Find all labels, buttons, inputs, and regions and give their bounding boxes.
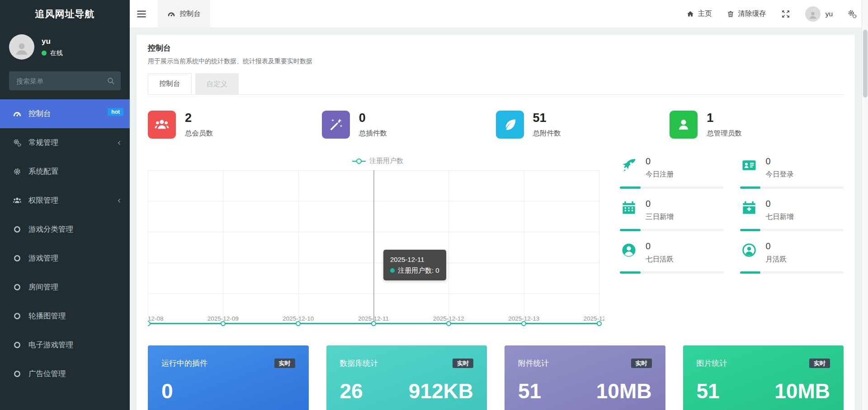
hot-badge: hot [108,108,123,116]
mini-stat-label: 七日新增 [766,212,794,222]
card-value-left: 51 [697,381,720,401]
page-scrollbar[interactable] [862,0,868,410]
mini-stat-seven-day-active: 0 七日活跃 [620,241,724,274]
mini-stat-today-login: 0 今日登录 [740,156,844,189]
stat-label: 总会员数 [185,129,213,138]
tooltip-value: 注册用户数: 0 [398,265,439,276]
sidebar-toggle-button[interactable] [130,0,153,28]
sidebar-item-auth[interactable]: 权限管理 [0,186,130,215]
card-title: 运行中的插件 [161,358,208,368]
gear-icon [12,167,23,176]
axis-pointer-line [373,170,374,324]
sidebar-item-label: 游戏管理 [28,253,58,263]
stat-label: 总管理员数 [707,129,742,138]
clear-cache-button[interactable]: 清除缓存 [726,9,766,19]
home-link[interactable]: 主页 [686,9,712,19]
tooltip-date: 2025-12-11 [390,254,439,265]
circle-icon [12,283,23,292]
mini-stat-value: 0 [646,199,674,208]
user-panel: yu 在线 [0,28,130,66]
registered-users-chart[interactable]: 注册用户数 2025-12-11 注册用户数: 0 2025-12-082025… [148,156,604,332]
circle-icon [12,312,23,321]
sidebar-item-general[interactable]: 常规管理 [0,128,130,157]
realtime-card-image-stats[interactable]: 图片统计 实时 51 10MB [683,345,844,410]
sidebar: 追风网址导航 yu 在线 控制台 hot 常规管理 系统配置 权限管理 [0,0,130,410]
realtime-badge: 实时 [453,359,473,368]
tab-dashboard[interactable]: 控制台 [158,0,210,28]
sidebar-item-label: 系统配置 [28,167,58,177]
mini-stat-progress [620,271,724,274]
card-value-left: 0 [161,381,173,401]
sidebar-item-label: 权限管理 [28,196,58,205]
chart-legend[interactable]: 注册用户数 [352,157,403,165]
search-input[interactable] [9,71,121,90]
home-label: 主页 [698,9,712,19]
data-point-marker [371,321,376,326]
sidebar-item-ad-position[interactable]: 广告位管理 [0,359,130,388]
x-axis-tick-label: 2025-12-14 [583,315,604,322]
sidebar-item-label: 房间管理 [28,282,58,292]
sidebar-item-game-category[interactable]: 游戏分类管理 [0,215,130,244]
stat-admins: 1 总管理员数 [670,111,844,139]
mini-stat-value: 0 [646,157,674,166]
scrollbar-thumb[interactable] [863,30,868,98]
sidebar-item-room[interactable]: 房间管理 [0,273,130,302]
circle-icon [12,225,23,234]
sidebar-item-config[interactable]: 系统配置 [0,157,130,186]
realtime-badge: 实时 [274,359,295,368]
stat-value: 1 [707,112,742,124]
sidebar-item-e-game[interactable]: 电子游戏管理 [0,331,130,359]
avatar [9,34,34,60]
sidebar-item-label: 控制台 [28,109,51,119]
mini-stat-progress [740,271,844,274]
stat-addons: 0 总插件数 [322,111,496,139]
content-tab-active[interactable]: 控制台 [148,73,192,94]
mini-stat-label: 三日新增 [646,212,674,222]
circle-icon [12,254,23,263]
mini-stat-label: 七日活跃 [646,255,674,264]
mini-stat-progress [620,186,724,189]
content-tab-inactive[interactable]: 自定义 [195,73,239,94]
sidebar-item-game[interactable]: 游戏管理 [0,244,130,273]
user-status: 在线 [42,49,63,57]
gauge-icon [167,10,175,18]
card-value-right: 912KB [409,381,473,401]
mini-stat-label: 今日注册 [646,170,674,179]
settings-button[interactable] [847,9,857,19]
bars-icon [136,8,147,20]
legend-label: 注册用户数 [369,157,403,165]
menu-search [9,71,121,90]
sidebar-menu: 控制台 hot 常规管理 系统配置 权限管理 游戏分类管理 游戏管理 房间管理 … [0,99,130,388]
stats-row: 2 总会员数 0 总插件数 51 总附件数 1 总管理员数 [148,111,844,139]
mini-stat-value: 0 [646,242,674,251]
sidebar-item-label: 轮播图管理 [28,311,66,321]
user-circle-icon [620,242,638,259]
card-title: 附件统计 [518,358,549,368]
sidebar-item-carousel[interactable]: 轮播图管理 [0,302,130,331]
stat-label: 总附件数 [533,129,561,138]
card-value-right: 10MB [596,381,652,401]
data-point-marker [296,321,301,326]
circle-icon [12,369,23,378]
realtime-card-running-addons[interactable]: 运行中的插件 实时 0 [148,345,309,410]
mini-stat-month-active: 0 月活跃 [740,241,844,274]
card-value-left: 51 [518,381,541,401]
realtime-card-attachment-stats[interactable]: 附件统计 实时 51 10MB [505,345,665,410]
user-menu[interactable]: yu [805,6,833,22]
avatar [805,6,821,22]
chart-plot-area [148,170,599,324]
tooltip-series-dot [390,268,395,273]
mini-stat-label: 今日登录 [766,170,794,179]
card-value-left: 26 [340,381,363,401]
realtime-card-database-stats[interactable]: 数据库统计 实时 26 912KB [326,345,487,410]
fullscreen-button[interactable] [781,9,791,19]
stat-attachments: 51 总附件数 [496,111,670,139]
mini-stat-value: 0 [766,242,787,251]
chevron-left-icon [116,140,123,146]
sidebar-item-dashboard[interactable]: 控制台 hot [0,99,130,128]
app-title: 追风网址导航 [35,8,95,20]
mini-stat-three-day-new: 0 三日新增 [620,198,724,231]
app-logo[interactable]: 追风网址导航 [0,0,130,28]
search-icon[interactable] [106,76,115,85]
stat-members: 2 总会员数 [148,111,322,139]
